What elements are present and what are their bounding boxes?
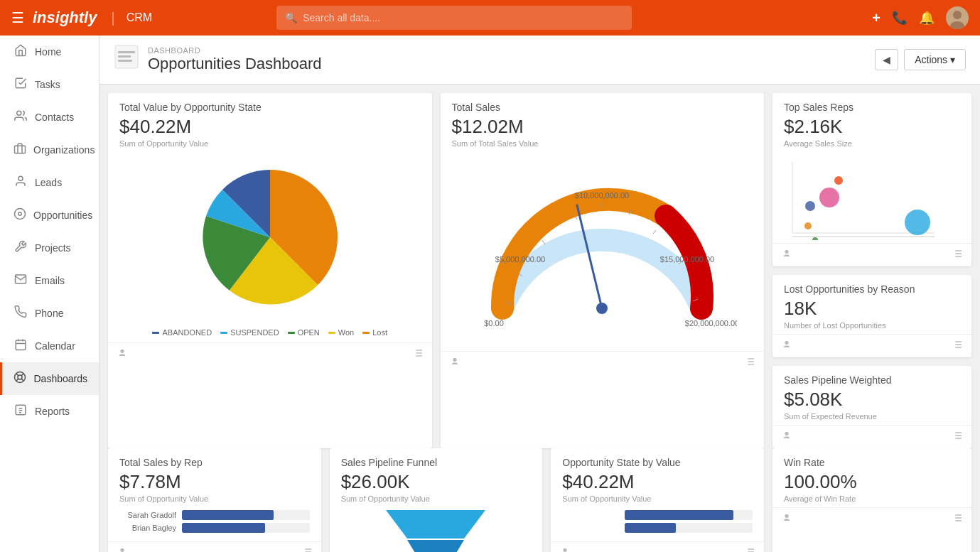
sidebar-label-phone: Phone — [35, 308, 63, 319]
legend-lost: Lost — [362, 328, 387, 337]
sales-pipeline-funnel-chart: Sales Pipeline Funnel $26.00K Sum of Opp… — [330, 448, 543, 552]
chart3-title: Top Sales Reps — [784, 102, 960, 113]
bottom4-footer — [772, 507, 971, 531]
legend-dot-abandoned — [152, 332, 159, 334]
sidebar-item-emails[interactable]: Emails — [0, 264, 99, 297]
person-icon-2 — [449, 356, 461, 370]
projects-icon — [14, 240, 28, 256]
main-content: DASHBOARD Opportunities Dashboard ◀ Acti… — [99, 36, 980, 552]
sidebar-item-organizations[interactable]: Organizations — [0, 134, 99, 166]
search-input[interactable] — [303, 12, 623, 23]
legend-dot-won — [328, 332, 335, 334]
pie-legend: ABANDONED SUSPENDED OPEN Won Lost — [108, 328, 432, 342]
sales-pipeline-weighted-chart: Sales Pipeline Weighted $5.08K Sum of Ex… — [772, 366, 971, 448]
person-icon-b1 — [117, 546, 128, 552]
contacts-icon — [14, 109, 28, 125]
bottom4-subtitle: Average of Win Rate — [784, 494, 960, 503]
bottom4-value: 100.00% — [784, 471, 960, 493]
sidebar-item-dashboards[interactable]: Dashboards — [0, 362, 99, 395]
chart1-header: Total Value by Opportunity State $40.22M… — [108, 93, 432, 152]
svg-text:$5,000,000.00: $5,000,000.00 — [495, 255, 545, 264]
list-icon-b1 — [301, 546, 313, 552]
chart1-subtitle: Sum of Opportunity Value — [119, 139, 421, 148]
svg-point-5 — [15, 209, 26, 220]
pie-chart — [185, 159, 355, 315]
legend-label-lost: Lost — [372, 328, 387, 337]
bell-icon[interactable]: 🔔 — [919, 10, 935, 26]
bottom3-header: Opportunity State by Value $40.22M Sum o… — [551, 448, 764, 507]
svg-line-40 — [542, 240, 545, 244]
bottom1-subtitle: Sum of Opportunity Value — [119, 494, 310, 503]
page-header: DASHBOARD Opportunities Dashboard ◀ Acti… — [99, 36, 980, 85]
sidebar-label-home: Home — [35, 46, 61, 58]
sidebar-item-projects[interactable]: Projects — [0, 232, 99, 264]
bar-row-state2 — [562, 523, 753, 533]
bottom1-value: $7.78M — [119, 471, 310, 493]
chart2-footer — [441, 351, 765, 374]
opportunities-icon — [14, 207, 26, 223]
bottom-charts-row: Total Sales by Rep $7.78M Sum of Opportu… — [99, 448, 980, 552]
home-icon — [14, 44, 28, 60]
bar-track-state2 — [625, 523, 753, 533]
legend-dot-open — [288, 332, 295, 334]
svg-line-13 — [16, 374, 18, 376]
search-icon: 🔍 — [285, 12, 297, 23]
person-icon-4 — [781, 339, 792, 353]
total-sales-by-rep-chart: Total Sales by Rep $7.78M Sum of Opportu… — [108, 448, 321, 552]
person-icon-b3 — [559, 546, 571, 552]
dashboards-icon — [14, 371, 27, 386]
sidebar-label-projects: Projects — [35, 242, 71, 254]
svg-point-60 — [905, 210, 930, 235]
bar-row-brian: Brian Bagley — [119, 523, 310, 533]
chart4-footer — [772, 334, 971, 357]
bottom1-title: Total Sales by Rep — [119, 457, 310, 468]
breadcrumb: DASHBOARD — [148, 46, 866, 55]
page-header-icon — [114, 44, 139, 75]
list-icon-b3 — [744, 546, 755, 552]
scatter-chart-container — [772, 152, 971, 243]
chart2-subtitle: Sum of Total Sales Value — [452, 139, 753, 148]
chart1-title: Total Value by Opportunity State — [119, 102, 421, 113]
back-button[interactable]: ◀ — [875, 49, 898, 70]
bottom2-body — [330, 507, 543, 552]
svg-rect-22 — [118, 51, 135, 53]
menu-icon[interactable]: ☰ — [11, 9, 24, 26]
avatar[interactable] — [946, 6, 969, 29]
svg-marker-87 — [386, 510, 485, 539]
chart4-header: Lost Opportunities by Reason 18K Number … — [772, 275, 971, 334]
sidebar-item-calendar[interactable]: Calendar — [0, 330, 99, 362]
opportunity-state-chart: Opportunity State by Value $40.22M Sum o… — [551, 448, 764, 552]
svg-point-55 — [805, 201, 815, 211]
sidebar-label-organizations: Organizations — [33, 144, 95, 156]
sidebar-item-opportunities[interactable]: Opportunities — [0, 199, 99, 232]
bottom1-body: Sarah Gradolf Brian Bagley — [108, 510, 321, 541]
search-bar[interactable]: 🔍 — [276, 6, 632, 30]
sidebar-item-home[interactable]: Home — [0, 36, 99, 68]
sidebar-item-phone[interactable]: Phone — [0, 297, 99, 330]
sidebar-item-tasks[interactable]: Tasks — [0, 68, 99, 101]
add-button[interactable]: + — [872, 10, 881, 26]
bottom3-title: Opportunity State by Value — [562, 457, 753, 468]
bottom4-header: Win Rate 100.00% Average of Win Rate — [772, 448, 971, 507]
right-column: Top Sales Reps $2.16K Average Sales Size — [772, 93, 971, 448]
page-title: Opportunities Dashboard — [148, 55, 866, 73]
chart4-title: Lost Opportunities by Reason — [784, 283, 960, 295]
chart5-subtitle: Sum of Expected Revenue — [784, 412, 960, 421]
calendar-icon — [14, 338, 28, 354]
chart5-header: Sales Pipeline Weighted $5.08K Sum of Ex… — [772, 366, 971, 425]
total-value-chart: Total Value by Opportunity State $40.22M… — [108, 93, 432, 448]
actions-button[interactable]: Actions ▾ — [904, 49, 966, 70]
sidebar-label-calendar: Calendar — [35, 340, 75, 352]
page-header-actions: ◀ Actions ▾ — [875, 49, 966, 70]
phone-icon[interactable]: 📞 — [892, 10, 908, 26]
bar-fill-state1 — [625, 510, 733, 520]
bottom4-title: Win Rate — [784, 457, 960, 468]
sidebar-item-reports[interactable]: Reports — [0, 395, 99, 428]
gauge-chart-container: $0.00 $5,000,000.00 $10,000,000.00 $15,0… — [441, 152, 765, 351]
bar-fill-sarah — [182, 510, 274, 520]
sidebar-item-contacts[interactable]: Contacts — [0, 101, 99, 134]
sidebar-item-leads[interactable]: Leads — [0, 166, 99, 199]
list-icon-5 — [952, 430, 963, 444]
svg-text:$10,000,000.00: $10,000,000.00 — [575, 191, 629, 200]
header-action-buttons: + 📞 🔔 — [872, 6, 969, 29]
